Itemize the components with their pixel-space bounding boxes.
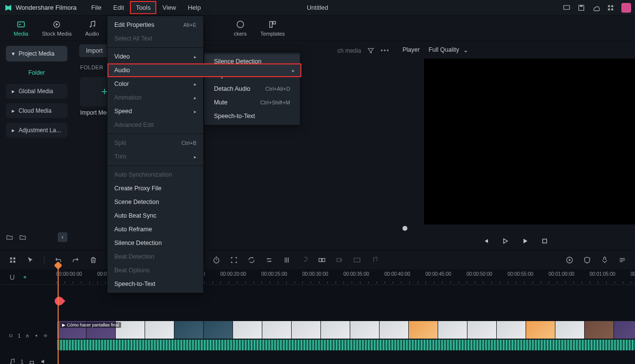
sidebar-folder[interactable]: Folder [6,66,67,79]
dd-silence-detection[interactable]: Silence Detection [107,236,203,250]
progress-handle[interactable] [402,226,407,231]
eye-icon[interactable] [43,332,47,339]
mute-icon[interactable] [40,358,47,364]
folder-add-icon[interactable] [6,234,13,241]
magnet-icon[interactable] [9,274,16,281]
redo-icon[interactable] [72,256,80,264]
sidebar-item-adjustment[interactable]: ▸Adjustment La... [6,123,67,138]
filter-icon[interactable] [367,47,375,55]
cursor-tool-icon[interactable] [26,256,34,264]
mute-icon[interactable] [35,332,39,339]
refresh-icon[interactable] [248,256,255,264]
time-mark: 00:00:00:00 [56,271,82,277]
dd-trim: Trim [107,150,203,163]
subtitle-icon[interactable] [353,256,361,264]
list-icon[interactable] [618,256,626,264]
more-icon[interactable]: ••• [381,47,390,54]
dd-speech-to-text[interactable]: Speech-to-Text [107,277,203,291]
mic-icon[interactable] [601,256,609,264]
video-track-content[interactable]: ▶Cómo hacer pantallas final [56,319,635,352]
tab-audio[interactable]: Audio [85,20,99,37]
screen-icon[interactable] [563,4,571,12]
record-icon[interactable] [336,256,343,264]
premium-gem-icon[interactable] [621,3,631,13]
dd-auto-reframe[interactable]: Auto Reframe [107,222,203,236]
link-icon[interactable] [300,256,308,264]
play-icon[interactable] [521,237,529,245]
focus-icon[interactable] [230,256,238,264]
cloud-upload-icon[interactable] [592,4,600,12]
svg-point-8 [19,23,21,25]
tools-dropdown: Edit PropertiesAlt+E Select All Text Vid… [107,16,204,293]
app-logo-icon [4,3,13,12]
menu-view[interactable]: View [156,1,182,14]
menu-edit[interactable]: Edit [107,1,130,14]
dd-audio[interactable]: Audio [107,63,301,77]
playhead[interactable] [58,265,59,364]
dd-video[interactable]: Video [107,50,203,63]
tab-media[interactable]: Media [14,20,28,37]
ruler-controls [0,269,56,284]
document-title: Untitled [307,4,328,11]
play-pause-icon[interactable] [502,237,509,245]
shield-icon[interactable] [583,256,591,264]
stock-icon [52,20,61,29]
adjust-icon[interactable] [265,256,273,264]
quality-dropdown[interactable]: Full Quality ⌄ [428,46,468,54]
timer-icon[interactable] [212,256,220,264]
video-track-icon[interactable] [9,332,13,339]
save-icon[interactable] [577,4,585,12]
svg-point-11 [89,26,91,27]
dd-create-proxy[interactable]: Create Proxy File [107,182,203,195]
sidebar-project-media[interactable]: ▾ Project Media [6,46,67,61]
audio-waveform[interactable] [57,340,635,350]
dd-edit-properties[interactable]: Edit PropertiesAlt+E [107,18,203,32]
mixer-icon[interactable] [283,256,291,264]
menu-file[interactable]: File [85,1,107,14]
dd-auto-beat-sync[interactable]: Auto Beat Sync [107,209,203,222]
svg-rect-6 [611,8,613,10]
delete-icon[interactable] [89,256,97,264]
sub-detach-audio[interactable]: Detach AudioCtrl+Alt+D [204,82,300,96]
dd-speed[interactable]: Speed [107,104,203,118]
time-mark: 00:00:35:00 [343,271,369,277]
search-placeholder[interactable]: ch media [338,47,361,54]
lock-icon[interactable] [25,332,29,339]
dd-animation: Animation [107,91,203,104]
music-note-icon[interactable] [371,256,379,264]
player-canvas[interactable] [424,59,635,224]
svg-rect-2 [580,5,582,6]
group-icon[interactable] [318,256,326,264]
grid-icon[interactable] [607,4,614,12]
lock-icon[interactable] [28,358,35,364]
dd-color[interactable]: Color [107,77,203,91]
grid-tool-icon[interactable] [9,256,17,264]
marker-icon[interactable] [53,295,65,307]
sidebar-item-cloud[interactable]: ▸Cloud Media [6,103,67,118]
sub-speech-to-text[interactable]: Speech-to-Text [204,109,300,123]
stop-icon[interactable] [541,237,549,245]
svg-point-13 [237,21,244,28]
tab-stock-media[interactable]: Stock Media [42,20,72,37]
render-icon[interactable] [566,256,573,264]
player-controls [396,232,635,250]
svg-rect-15 [273,21,275,24]
video-clip[interactable]: ▶Cómo hacer pantallas final [57,321,635,339]
link-track-icon[interactable] [21,274,28,281]
menu-help[interactable]: Help [182,1,207,14]
svg-point-41 [10,363,11,364]
menu-tools[interactable]: Tools [130,1,156,14]
player-progress[interactable] [396,224,635,232]
tabs-row: Media Stock Media Audio ckers Templates [0,16,635,41]
sidebar-item-global[interactable]: ▸Global Media [6,84,67,99]
folder-icon[interactable] [19,234,26,241]
tab-stickers[interactable]: ckers [234,20,247,37]
audio-track-icon[interactable] [9,358,16,364]
sub-mute[interactable]: MuteCtrl+Shift+M [204,96,300,109]
time-mark: 00:01:05:00 [590,271,615,277]
dd-scene-detection[interactable]: Scene Detection [107,195,203,209]
tab-templates[interactable]: Templates [260,20,285,37]
collapse-sidebar-button[interactable]: ‹ [58,232,67,242]
time-ruler[interactable]: 00:00:00:0000:00:05:0000:00:10:0000:00:1… [0,269,635,285]
prev-frame-icon[interactable] [482,237,490,245]
